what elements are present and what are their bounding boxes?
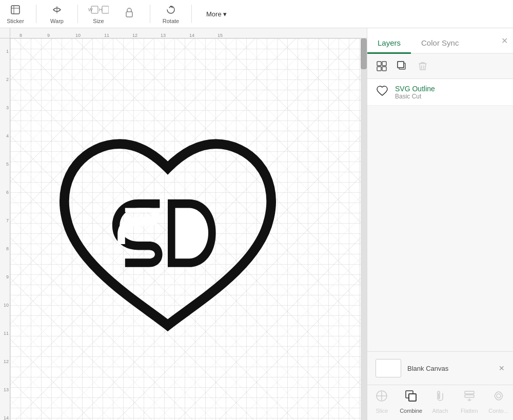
layer-info: SVG Outline Basic Cut — [395, 85, 435, 100]
scrollbar-thumb[interactable] — [361, 38, 367, 69]
warp-tool[interactable]: Warp — [47, 4, 67, 24]
more-chevron-icon: ▾ — [223, 10, 227, 18]
ruler-vtick-6: 6 — [6, 190, 9, 195]
lock-icon — [125, 7, 134, 21]
svg-rect-10 — [382, 62, 386, 66]
ruler-vtick-4: 4 — [6, 133, 9, 138]
more-button[interactable]: More ▾ — [202, 8, 231, 20]
layer-type: Basic Cut — [395, 93, 435, 100]
svg-text:W: W — [88, 7, 93, 12]
size-tool[interactable]: W H Size — [88, 4, 109, 24]
panel-close-button[interactable]: ✕ — [496, 31, 513, 51]
sticker-label: Sticker — [7, 18, 24, 24]
warp-label: Warp — [50, 18, 64, 24]
svg-rect-21 — [465, 391, 474, 394]
ruler-top: 8 9 10 11 12 13 14 15 — [10, 28, 367, 38]
blank-canvas-close[interactable]: ✕ — [499, 364, 505, 372]
slice-label: Slice — [376, 408, 388, 414]
layer-name: SVG Outline — [395, 85, 435, 93]
ruler-tick-12: 12 — [132, 33, 137, 38]
attach-label: Attach — [432, 408, 448, 414]
scrollbar-vertical[interactable] — [361, 38, 367, 420]
blank-canvas-thumbnail — [376, 359, 401, 377]
flatten-label: Flatten — [461, 408, 478, 414]
contour-label: Conto... — [488, 408, 508, 414]
main-toolbar: Sticker Warp W H Size — [0, 0, 513, 28]
heart-sd-artwork — [34, 96, 301, 363]
contour-icon — [492, 389, 505, 406]
duplicate-button[interactable] — [394, 58, 410, 74]
lock-icon-btn[interactable] — [119, 7, 140, 21]
ruler-vtick-7: 7 — [6, 218, 9, 223]
divider-1 — [36, 5, 36, 23]
combine-label: Combine — [400, 408, 422, 414]
more-label: More — [206, 10, 222, 18]
ruler-corner — [0, 28, 10, 38]
rotate-tool[interactable]: Rotate — [161, 4, 181, 24]
ruler-tick-11: 11 — [104, 33, 109, 38]
main-content: 8 9 10 11 12 13 14 15 1 2 3 4 5 6 7 8 9 — [0, 28, 513, 420]
ruler-vtick-1: 1 — [6, 49, 9, 54]
rotate-icon — [165, 4, 176, 18]
svg-point-25 — [497, 394, 501, 398]
size-icon: W H — [88, 4, 109, 18]
ruler-vtick-14: 14 — [4, 415, 9, 420]
ruler-tick-13: 13 — [161, 33, 166, 38]
panel-bottom: Blank Canvas ✕ Slice — [367, 351, 513, 420]
ruler-left: 1 2 3 4 5 6 7 8 9 10 11 12 13 14 — [0, 38, 10, 420]
svg-rect-22 — [465, 395, 474, 397]
sticker-icon — [10, 4, 21, 18]
svg-rect-7 — [102, 6, 109, 13]
group-button[interactable] — [373, 58, 390, 74]
svg-rect-9 — [377, 62, 381, 66]
flatten-icon — [463, 389, 476, 406]
ruler-vtick-11: 11 — [4, 331, 9, 336]
divider-2 — [77, 5, 78, 23]
panel-toolbar — [367, 54, 513, 79]
right-panel: Layers Color Sync ✕ — [367, 28, 513, 420]
size-label: Size — [93, 18, 104, 24]
slice-icon — [375, 389, 388, 406]
canvas-grid[interactable] — [10, 38, 361, 420]
blank-canvas-row: Blank Canvas ✕ — [367, 352, 513, 385]
svg-rect-12 — [382, 67, 386, 71]
svg-rect-8 — [126, 12, 132, 17]
divider-3 — [150, 5, 150, 23]
action-bar: Slice Combine — [367, 385, 513, 420]
ruler-vtick-3: 3 — [6, 105, 9, 110]
svg-rect-0 — [11, 6, 19, 14]
combine-icon — [404, 389, 418, 406]
flatten-button[interactable]: Flatten — [457, 389, 482, 414]
layer-item-icon — [376, 84, 389, 100]
panel-spacer — [367, 106, 513, 351]
tab-layers[interactable]: Layers — [367, 33, 411, 54]
canvas-area[interactable]: 8 9 10 11 12 13 14 15 1 2 3 4 5 6 7 8 9 — [0, 28, 367, 420]
warp-icon — [51, 4, 63, 18]
ruler-vtick-10: 10 — [4, 303, 9, 308]
ruler-tick-9: 9 — [47, 33, 50, 38]
layer-item[interactable]: SVG Outline Basic Cut — [367, 79, 513, 106]
ruler-tick-14: 14 — [189, 33, 194, 38]
combine-button[interactable]: Combine — [398, 389, 424, 414]
ruler-tick-8: 8 — [19, 33, 22, 38]
panel-tabs: Layers Color Sync ✕ — [367, 28, 513, 54]
artwork-container — [34, 96, 301, 363]
rotate-label: Rotate — [163, 18, 179, 24]
sticker-tool[interactable]: Sticker — [5, 4, 26, 24]
svg-rect-19 — [409, 394, 416, 401]
svg-rect-14 — [398, 62, 404, 68]
contour-button[interactable]: Conto... — [486, 389, 511, 414]
ruler-vtick-12: 12 — [4, 359, 9, 364]
ruler-vtick-5: 5 — [6, 162, 9, 167]
tab-color-sync[interactable]: Color Sync — [411, 33, 469, 54]
attach-button[interactable]: Attach — [427, 389, 453, 414]
ruler-vtick-2: 2 — [6, 77, 9, 82]
ruler-tick-10: 10 — [75, 33, 81, 38]
svg-rect-11 — [377, 67, 381, 71]
attach-icon — [433, 389, 447, 406]
divider-4 — [191, 5, 192, 23]
ruler-vtick-8: 8 — [6, 246, 9, 251]
slice-button[interactable]: Slice — [369, 389, 394, 414]
delete-button[interactable] — [415, 58, 431, 74]
ruler-vtick-9: 9 — [6, 274, 9, 279]
